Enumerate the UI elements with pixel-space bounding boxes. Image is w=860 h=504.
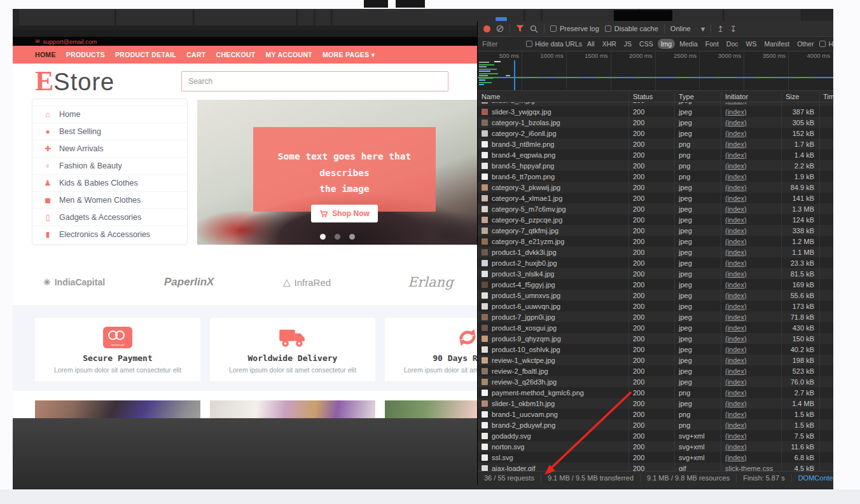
request-row[interactable]: product-4_f5ggyj.jpg 200 jpeg (index) 16… bbox=[478, 279, 833, 290]
request-initiator-link[interactable]: (index) bbox=[725, 151, 747, 159]
request-row[interactable]: category-4_xlmae1.jpg 200 jpeg (index) 1… bbox=[478, 193, 833, 203]
request-row[interactable]: category-2_i6onll.jpg 200 jpeg (index) 1… bbox=[478, 128, 833, 139]
request-initiator-link[interactable]: (index) bbox=[725, 421, 747, 429]
browser-tab[interactable] bbox=[195, 9, 297, 25]
nav-item[interactable]: CHECKOUT bbox=[216, 51, 256, 58]
import-har-icon[interactable]: ↥ bbox=[717, 24, 724, 34]
column-header-type[interactable]: Type bbox=[675, 93, 721, 100]
clear-icon[interactable] bbox=[496, 25, 504, 32]
request-row[interactable]: review-2_fbaltl.jpg 200 jpeg (index) 523… bbox=[478, 365, 833, 376]
sidebar-item[interactable]: ▯ Gadgets & Accessories bbox=[32, 208, 187, 226]
filter-type-pill[interactable]: Media bbox=[676, 39, 701, 49]
hide-data-urls-checkbox[interactable]: Hide data URLs bbox=[526, 40, 582, 48]
disable-cache-checkbox[interactable]: Disable cache bbox=[605, 25, 658, 32]
request-initiator-link[interactable]: (index) bbox=[725, 313, 747, 321]
carousel-dot[interactable] bbox=[349, 234, 355, 240]
request-row[interactable]: norton.svg 200 svg+xml (index) 11.6 kB bbox=[478, 441, 833, 452]
browser-tab[interactable] bbox=[116, 9, 193, 25]
nav-item[interactable]: HOME bbox=[35, 51, 56, 58]
request-initiator-link[interactable]: (index) bbox=[725, 119, 747, 126]
request-initiator-link[interactable]: (index) bbox=[725, 432, 747, 440]
request-initiator-link[interactable]: (index) bbox=[725, 292, 747, 299]
request-initiator-link[interactable]: (index) bbox=[725, 367, 747, 375]
sidebar-item[interactable]: ◼ Men & Women Clothes bbox=[32, 191, 187, 208]
carousel-dot[interactable] bbox=[320, 234, 326, 240]
request-row[interactable]: category-5_m7c6mv.jpg 200 jpeg (index) 1… bbox=[478, 203, 833, 214]
column-header-status[interactable]: Status bbox=[629, 93, 675, 100]
filter-type-pill[interactable]: Img bbox=[658, 39, 676, 49]
filter-type-pill[interactable]: Font bbox=[702, 39, 722, 49]
request-row[interactable]: brand-5_hppyaf.png 200 png (index) 2.2 k… bbox=[478, 160, 833, 171]
filter-funnel-icon[interactable] bbox=[516, 25, 524, 32]
browser-tab[interactable] bbox=[316, 9, 331, 25]
shop-now-button[interactable]: Shop Now bbox=[311, 205, 378, 222]
preserve-log-checkbox[interactable]: Preserve log bbox=[550, 25, 599, 32]
request-row[interactable]: category-8_e21yzm.jpg 200 jpeg (index) 1… bbox=[478, 236, 833, 247]
request-row[interactable]: review-3_q26d3h.jpg 200 jpeg (index) 76.… bbox=[478, 376, 833, 387]
request-initiator-link[interactable]: (index) bbox=[725, 249, 747, 256]
record-button[interactable] bbox=[483, 25, 490, 32]
nav-item[interactable]: CART bbox=[186, 51, 205, 58]
support-email-link[interactable]: support@email.com bbox=[43, 38, 97, 45]
filter-type-pill[interactable]: JS bbox=[621, 39, 635, 49]
request-row[interactable]: brand-3_nt8mle.png 200 png (index) 1.7 k… bbox=[478, 139, 833, 149]
request-row[interactable]: category-3_pkwwij.jpg 200 jpeg (index) 8… bbox=[478, 182, 833, 193]
nav-item[interactable]: PRODUCTS bbox=[66, 51, 105, 58]
request-row[interactable]: godaddy.svg 200 svg+xml (index) 7.5 kB bbox=[478, 430, 833, 441]
request-row[interactable]: slider-3_ywjgqx.jpg 200 jpeg (index) 387… bbox=[478, 106, 833, 117]
search-input[interactable] bbox=[181, 71, 448, 92]
column-header-size[interactable]: Size bbox=[782, 93, 820, 100]
request-row[interactable]: product-1_dvkk3i.jpg 200 jpeg (index) 1.… bbox=[478, 247, 833, 257]
request-row[interactable]: product-9_qhyzqm.jpg 200 jpeg (index) 15… bbox=[478, 333, 833, 344]
request-initiator-link[interactable]: (index) bbox=[725, 102, 747, 104]
sidebar-item[interactable]: ▮ Electronics & Accessories bbox=[32, 226, 187, 243]
filter-type-pill[interactable]: All bbox=[584, 39, 598, 49]
request-initiator-link[interactable]: (index) bbox=[725, 162, 747, 170]
request-initiator-link[interactable]: (index) bbox=[725, 400, 747, 407]
request-row[interactable]: brand-6_tt7pom.png 200 png (index) 1.9 k… bbox=[478, 171, 833, 182]
request-initiator-link[interactable]: (index) bbox=[725, 259, 747, 267]
request-row[interactable]: review-1_wkctpe.jpg 200 jpeg (index) 198… bbox=[478, 355, 833, 365]
carousel-dot[interactable] bbox=[335, 234, 340, 240]
request-initiator-link[interactable]: (index) bbox=[725, 454, 747, 461]
request-row[interactable]: category-1_bzolas.jpg 200 jpeg (index) 3… bbox=[478, 117, 833, 128]
filter-type-pill[interactable]: Doc bbox=[723, 39, 742, 49]
filter-type-pill[interactable]: WS bbox=[743, 39, 760, 49]
clipped-checkbox[interactable]: H bbox=[819, 40, 833, 48]
request-initiator-link[interactable]: (index) bbox=[725, 205, 747, 213]
nav-item[interactable]: PRODUCT DETAIL bbox=[115, 51, 176, 58]
sidebar-item[interactable]: ● Best Selling bbox=[32, 123, 187, 140]
sidebar-item[interactable]: ⌂ Home bbox=[32, 106, 187, 123]
request-row[interactable]: brand-2_pduywf.png 200 png (index) 1.5 k… bbox=[478, 419, 833, 430]
request-row[interactable]: product-7_jgpn0i.jpg 200 jpeg (index) 71… bbox=[478, 311, 833, 322]
request-initiator-link[interactable]: (index) bbox=[725, 357, 747, 364]
filter-type-pill[interactable]: Manifest bbox=[761, 39, 793, 49]
nav-item[interactable]: MORE PAGES ▾ bbox=[322, 51, 375, 58]
request-initiator-link[interactable]: (index) bbox=[725, 346, 747, 353]
column-header-name[interactable]: Name bbox=[478, 93, 629, 100]
request-row[interactable]: product-2_huxjb0.jpg 200 jpeg (index) 23… bbox=[478, 257, 833, 268]
network-overview-timeline[interactable]: 500 ms1000 ms1500 ms2000 ms2500 ms3000 m… bbox=[478, 51, 833, 91]
filter-type-pill[interactable]: CSS bbox=[636, 39, 656, 49]
request-initiator-link[interactable]: (index) bbox=[725, 303, 747, 310]
request-row[interactable]: product-10_oshlvk.jpg 200 jpeg (index) 4… bbox=[478, 344, 833, 355]
request-initiator-link[interactable]: (index) bbox=[725, 238, 747, 245]
request-initiator-link[interactable]: (index) bbox=[725, 140, 747, 148]
browser-tab-stub[interactable] bbox=[364, 0, 388, 8]
request-initiator-link[interactable]: (index) bbox=[725, 389, 747, 397]
sidebar-item[interactable]: ✚ New Arrivals bbox=[32, 140, 187, 157]
request-initiator-link[interactable]: (index) bbox=[725, 411, 747, 418]
request-initiator-link[interactable]: (index) bbox=[725, 443, 747, 451]
request-initiator-link[interactable]: (index) bbox=[725, 184, 747, 191]
sidebar-item[interactable]: ♟ Kids & Babies Clothes bbox=[32, 174, 187, 191]
request-row[interactable]: product-6_uuwvqn.jpg 200 jpeg (index) 17… bbox=[478, 301, 833, 311]
request-initiator-link[interactable]: (index) bbox=[725, 378, 747, 386]
throttling-select[interactable]: Online ▾ bbox=[670, 24, 705, 34]
request-initiator-link[interactable]: (index) bbox=[725, 324, 747, 332]
browser-tab[interactable] bbox=[19, 9, 115, 25]
request-initiator-link[interactable]: (index) bbox=[725, 227, 747, 235]
sidebar-item[interactable]: ♀ Fashion & Beauty bbox=[32, 157, 187, 174]
request-row[interactable]: slider-1_okbm1h.jpg 200 jpeg (index) 1.4… bbox=[478, 398, 833, 409]
store-logo[interactable]: EStore bbox=[35, 65, 114, 97]
request-initiator-link[interactable]: (index) bbox=[725, 194, 747, 202]
